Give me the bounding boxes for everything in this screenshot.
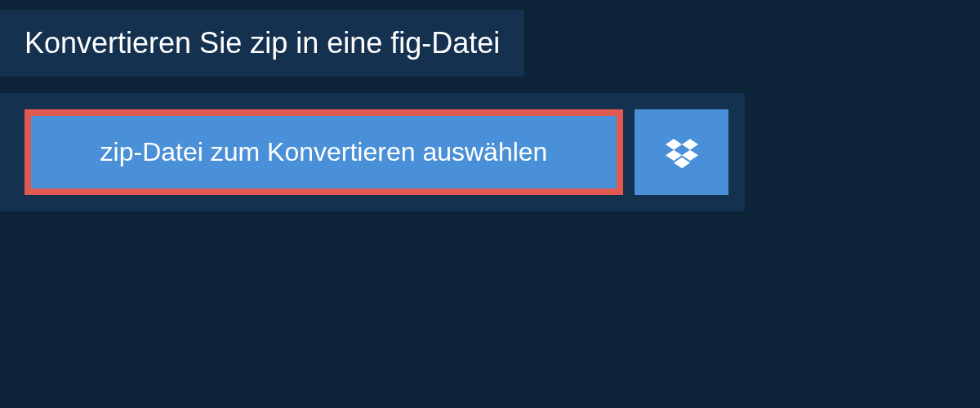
page-title: Konvertieren Sie zip in eine fig-Datei [24,26,500,60]
upload-section: zip-Datei zum Konvertieren auswählen [0,93,745,211]
header-bar: Konvertieren Sie zip in eine fig-Datei [0,10,524,77]
select-file-button[interactable]: zip-Datei zum Konvertieren auswählen [24,109,623,195]
dropbox-icon [666,136,698,169]
dropbox-button[interactable] [635,109,728,195]
